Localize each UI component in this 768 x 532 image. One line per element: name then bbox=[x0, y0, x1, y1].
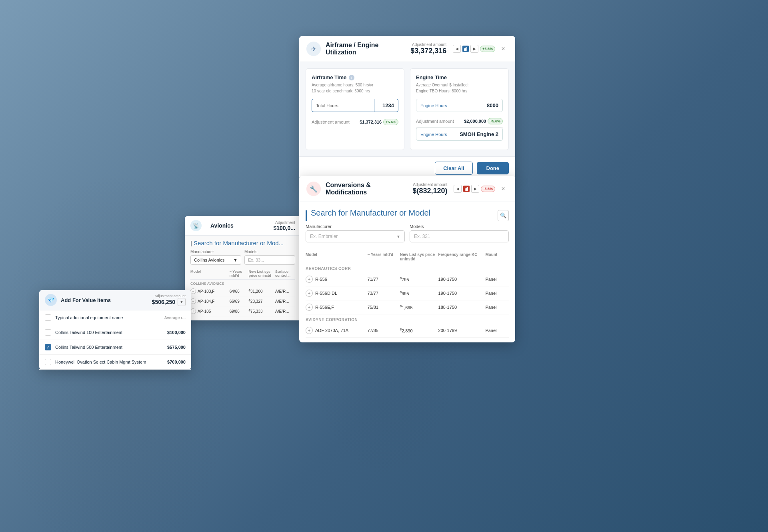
avionics-row: − AP-103,F 64/66 $31,200 A/E/R... bbox=[190, 286, 295, 296]
add-r556-btn[interactable]: + bbox=[306, 276, 313, 283]
avionics-models-label: Models bbox=[244, 250, 295, 254]
th-frequency: Frequency range KC bbox=[438, 252, 482, 261]
avionics-cell-surface: A/E/R... bbox=[275, 289, 295, 294]
avionics-th-years: ~ Years mfd'd bbox=[230, 270, 247, 278]
th-years: ~ Years mfd'd bbox=[367, 252, 396, 261]
item-checkbox-4[interactable] bbox=[45, 359, 51, 365]
th-price: New List sys price uninstld bbox=[400, 252, 435, 261]
item-name-1: Typical additional equipment name bbox=[55, 315, 160, 320]
manufacturer-field: Manufacturer Ex. Embraier ▼ bbox=[306, 224, 405, 242]
engine-adj-pct: +5.6% bbox=[488, 118, 503, 124]
airframe-panel-header: ✈ Airframe / Engine Utilization Adjustme… bbox=[299, 36, 515, 62]
svg-rect-1 bbox=[465, 48, 466, 51]
avionics-models-input[interactable]: Ex. 33... bbox=[244, 255, 295, 265]
value-adj-label: Adjustment amount bbox=[152, 294, 186, 298]
conversions-search-fields: Manufacturer Ex. Embraier ▼ Models Ex. 3… bbox=[306, 224, 509, 242]
conversions-icon: 🔧 bbox=[306, 182, 321, 196]
value-items-panel: 💎 Add For Value Items Adjustment amount … bbox=[39, 290, 191, 370]
list-item: ✓ Collins Tailwind 500 Entertainment $57… bbox=[39, 340, 191, 355]
cell-price: $1,695 bbox=[400, 304, 435, 310]
item-checkbox-1[interactable] bbox=[45, 314, 51, 321]
cell-price: $795 bbox=[400, 276, 435, 282]
add-adf-btn[interactable]: + bbox=[306, 327, 313, 334]
avionics-cell-years: 64/66 bbox=[230, 289, 247, 294]
total-hours-row[interactable]: Total Hours 1234 bbox=[312, 99, 398, 112]
conv-chart-toggle[interactable]: ◀ bbox=[454, 185, 462, 193]
avionics-manufacturer-select[interactable]: Collins Avionics ▼ bbox=[190, 255, 241, 265]
table-row: + R-556D,DL 73/77 $995 190-1750 Panel bbox=[306, 286, 509, 300]
engine-adj-value: $2,000,000 bbox=[464, 119, 486, 124]
conversions-search-heading: Search for Manufacturer or Model bbox=[311, 208, 430, 218]
avionics-row: + AP-105 69/86 $75,333 A/E/R... bbox=[190, 306, 295, 316]
avionics-manufacturer-label: Manufacturer bbox=[190, 250, 241, 254]
value-items-header: 💎 Add For Value Items Adjustment amount … bbox=[39, 290, 191, 310]
avionics-cell-surface: A/E/R... bbox=[275, 309, 295, 314]
conversions-adj-label: Adjustment amount bbox=[412, 182, 447, 187]
engine-hours2-label: Engine Hours bbox=[416, 129, 456, 140]
item-value-4: $700,000 bbox=[167, 360, 186, 364]
item-checkbox-3[interactable]: ✓ bbox=[45, 344, 51, 350]
item-value-1: Average r... bbox=[164, 316, 186, 320]
cell-years: 77/85 bbox=[367, 328, 396, 333]
engine-hours2-value[interactable]: SMOH Engine 2 bbox=[456, 128, 502, 140]
airframe-adj-value-group: $1,372,316 +5.6% bbox=[360, 119, 398, 125]
cell-years: 75/81 bbox=[367, 305, 396, 310]
engine-hours-row[interactable]: Engine Hours 8000 bbox=[416, 99, 503, 112]
engine-hours2-row[interactable]: Engine Hours SMOH Engine 2 bbox=[416, 128, 503, 141]
airframe-body: Airframe Time i Average airframe hours: … bbox=[299, 62, 515, 156]
table-row: + R-556E,F 75/81 $1,695 188-1750 Panel bbox=[306, 300, 509, 314]
conv-chart-bar bbox=[463, 186, 470, 192]
conv-expand[interactable]: ▶ bbox=[471, 185, 479, 193]
airframe-adjustment-block: Adjustment amount $3,372,316 bbox=[410, 42, 446, 55]
cell-freq: 200-1799 bbox=[438, 328, 482, 333]
add-ap105-btn[interactable]: + bbox=[190, 308, 196, 314]
add-r556ddl-btn[interactable]: + bbox=[306, 290, 313, 297]
avionics-title: Avionics bbox=[210, 222, 274, 229]
conversions-adjustment-block: Adjustment amount $(832,120) bbox=[412, 182, 447, 195]
conversions-table-header: Model ~ Years mfd'd New List sys price u… bbox=[306, 249, 509, 263]
list-item: Typical additional equipment name Averag… bbox=[39, 310, 191, 325]
airframe-adjustment-row: Adjustment amount $1,372,316 +5.6% bbox=[312, 116, 398, 128]
models-input[interactable]: Ex. 331 bbox=[410, 230, 509, 242]
info-icon[interactable]: i bbox=[349, 75, 354, 80]
avionics-fields: Manufacturer Collins Avionics ▼ Models E… bbox=[190, 250, 295, 265]
add-ap104-btn[interactable]: − bbox=[190, 298, 196, 304]
avionics-search-heading: | Search for Manufacturer or Mod... bbox=[190, 240, 295, 246]
expand-btn[interactable]: ▶ bbox=[470, 45, 478, 53]
clear-all-button[interactable]: Clear All bbox=[435, 162, 472, 175]
avionics-cell-years: 69/86 bbox=[230, 309, 247, 314]
airframe-time-title: Airframe Time i bbox=[312, 74, 398, 80]
value-adj-toggle[interactable]: ▼ bbox=[178, 298, 186, 306]
total-hours-value[interactable]: 1234 bbox=[374, 99, 398, 112]
cell-model: + R-556E,F bbox=[306, 304, 364, 311]
manufacturer-label: Manufacturer bbox=[306, 224, 405, 229]
item-value-2: $100,000 bbox=[167, 330, 186, 335]
conversions-header: 🔧 Conversions & Modifications Adjustment… bbox=[299, 176, 515, 202]
item-name-3: Collins Tailwind 500 Entertainment bbox=[55, 345, 163, 350]
manufacturer-input[interactable]: Ex. Embraier ▼ bbox=[306, 230, 405, 242]
search-tool-btn[interactable]: 🔍 bbox=[498, 210, 509, 221]
avionics-th-model: Model bbox=[190, 270, 228, 278]
add-ap103-btn[interactable]: − bbox=[190, 288, 196, 294]
models-field: Models Ex. 331 bbox=[410, 224, 509, 242]
svg-rect-4 bbox=[466, 188, 467, 191]
value-icon: 💎 bbox=[45, 294, 57, 306]
engine-adj-label: Adjustment amount bbox=[416, 119, 454, 124]
add-r556ef-btn[interactable]: + bbox=[306, 304, 313, 311]
group-avidyne: AVIDYNE CORPORATION bbox=[306, 314, 509, 324]
cell-freq: 190-1750 bbox=[438, 291, 482, 296]
avionics-cell-price: $75,333 bbox=[249, 308, 274, 314]
chart-toggle-btn[interactable]: ◀ bbox=[453, 45, 461, 53]
avionics-cell-model: − AP-103,F bbox=[190, 288, 228, 294]
item-checkbox-2[interactable] bbox=[45, 329, 51, 336]
airframe-time-card: Airframe Time i Average airframe hours: … bbox=[306, 68, 404, 150]
avionics-header: 📡 Avionics Adjustment $100,0... bbox=[185, 216, 301, 236]
th-model: Model bbox=[306, 252, 364, 261]
airframe-close-btn[interactable]: × bbox=[498, 44, 508, 54]
avionics-manufacturer-value: Collins Avionics bbox=[194, 258, 224, 262]
conversions-table: Model ~ Years mfd'd New List sys price u… bbox=[299, 249, 515, 342]
svg-rect-2 bbox=[466, 47, 467, 51]
conversions-close-btn[interactable]: × bbox=[498, 184, 508, 194]
engine-hours-value[interactable]: 8000 bbox=[474, 99, 502, 112]
done-button[interactable]: Done bbox=[477, 162, 509, 174]
